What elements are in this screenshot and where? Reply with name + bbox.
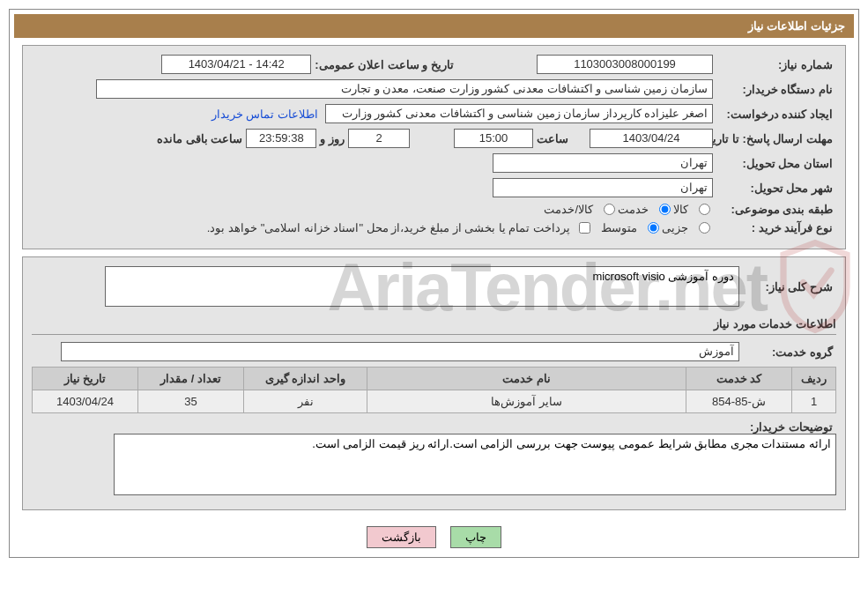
- label-cat-both: کالا/خدمت: [544, 203, 593, 216]
- print-button[interactable]: چاپ: [450, 526, 501, 548]
- city: تهران: [493, 178, 713, 197]
- label-province: استان محل تحویل:: [713, 157, 836, 170]
- creator: اصغر علیزاده کارپرداز سازمان زمین شناسی …: [325, 104, 713, 123]
- deadline-date: 1403/04/24: [590, 129, 713, 148]
- desc-text: [105, 266, 739, 307]
- radio-small[interactable]: [699, 222, 710, 234]
- service-group: آموزش: [61, 342, 739, 361]
- heading-services: اطلاعات خدمات مورد نیاز: [32, 317, 836, 335]
- radio-both[interactable]: [604, 204, 615, 215]
- th-qty: تعداد / مقدار: [138, 368, 244, 390]
- days-remain: 2: [348, 129, 410, 148]
- table-row: 1 ش-85-854 سایر آموزش‌ها نفر 35 1403/04/…: [33, 390, 836, 413]
- section-details: شماره نیاز: 1103003008000199 تاریخ و ساع…: [22, 45, 846, 249]
- label-proc-medium: متوسط: [601, 221, 637, 234]
- services-table: ردیف کد خدمت نام خدمت واحد اندازه گیری ت…: [32, 367, 836, 413]
- buyer-note: [114, 434, 836, 495]
- check-treasury[interactable]: [579, 222, 590, 234]
- label-buyer-note: توضیحات خریدار:: [739, 420, 836, 434]
- table-header-row: ردیف کد خدمت نام خدمت واحد اندازه گیری ت…: [33, 368, 836, 390]
- org-name: سازمان زمین شناسی و اکتشافات معدنی کشور …: [96, 79, 713, 99]
- label-time: ساعت: [533, 132, 572, 145]
- label-org: نام دستگاه خریدار:: [713, 83, 836, 96]
- label-desc: شرح کلی نیاز:: [739, 280, 836, 293]
- proc-note: پرداخت تمام یا بخشی از مبلغ خرید،از محل …: [204, 221, 574, 234]
- label-cat-service: خدمت: [618, 203, 649, 216]
- label-category: طبقه بندی موضوعی:: [713, 203, 836, 216]
- th-row: ردیف: [792, 368, 836, 390]
- label-deadline: مهلت ارسال پاسخ: تا تاریخ:: [713, 132, 836, 145]
- label-remain: ساعت باقی مانده: [153, 132, 246, 145]
- label-announce: تاریخ و ساعت اعلان عمومی:: [311, 58, 457, 71]
- radio-medium[interactable]: [648, 222, 659, 234]
- th-name: نام خدمت: [367, 368, 686, 390]
- cell-date: 1403/04/24: [33, 390, 138, 413]
- need-no: 1103003008000199: [537, 55, 713, 74]
- back-button[interactable]: بازگشت: [367, 526, 436, 548]
- countdown: 23:59:38: [246, 129, 316, 148]
- cell-code: ش-85-854: [686, 390, 792, 413]
- radio-goods[interactable]: [699, 204, 710, 215]
- section-services: شرح کلی نیاز: اطلاعات خدمات مورد نیاز گر…: [22, 256, 846, 510]
- cell-qty: 35: [138, 390, 244, 413]
- label-service-group: گروه خدمت:: [739, 345, 836, 359]
- label-cat-goods: کالا: [673, 203, 688, 216]
- cell-unit: نفر: [244, 390, 367, 413]
- main-frame: جزئیات اطلاعات نیاز شماره نیاز: 11030030…: [9, 9, 859, 558]
- button-row: چاپ بازگشت: [10, 517, 858, 557]
- radio-service[interactable]: [659, 204, 671, 215]
- cell-row: 1: [792, 390, 836, 413]
- label-days-and: روز و: [316, 132, 348, 145]
- label-proc-type: نوع فرآیند خرید :: [713, 221, 836, 234]
- province: تهران: [493, 153, 713, 173]
- th-date: تاریخ نیاز: [33, 368, 138, 390]
- label-creator: ایجاد کننده درخواست:: [713, 108, 836, 121]
- th-code: کد خدمت: [686, 368, 792, 390]
- contact-link[interactable]: اطلاعات تماس خریدار: [211, 108, 318, 121]
- label-need-no: شماره نیاز:: [713, 58, 836, 71]
- cell-name: سایر آموزش‌ها: [367, 390, 686, 413]
- title-bar: جزئیات اطلاعات نیاز: [14, 14, 854, 38]
- th-unit: واحد اندازه گیری: [244, 368, 367, 390]
- label-proc-small: جزیی: [662, 221, 688, 234]
- label-city: شهر محل تحویل:: [713, 182, 836, 195]
- announce-date: 1403/04/21 - 14:42: [161, 55, 311, 74]
- deadline-time: 15:00: [454, 129, 533, 148]
